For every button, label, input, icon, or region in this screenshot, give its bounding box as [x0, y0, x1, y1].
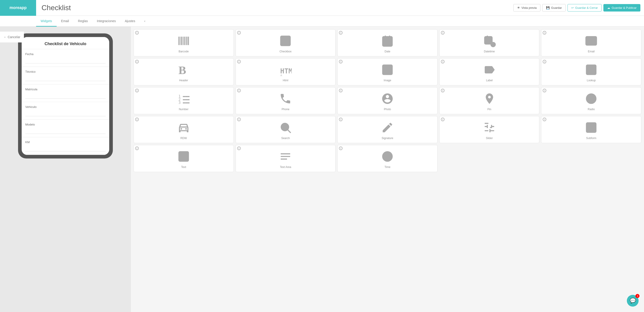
form-field-matricula[interactable]: Matrícula: [22, 84, 109, 102]
slider-label: Slider: [486, 137, 493, 140]
form-field-modelo[interactable]: Modelo: [22, 120, 109, 137]
photo-label: Photo: [384, 108, 391, 111]
widget-photo[interactable]: i Photo: [337, 87, 438, 114]
phone-frame: Checklist de Vehículo Fecha Técnico Matr…: [18, 34, 113, 158]
save-publish-button[interactable]: ☁ Guardar & Publicar: [604, 4, 640, 12]
form-field-fecha[interactable]: Fecha: [22, 49, 109, 67]
phone-label: Phone: [282, 108, 290, 111]
form-field-tecnico[interactable]: Técnico: [22, 67, 109, 84]
widget-header[interactable]: i B Header: [134, 58, 234, 85]
svg-point-22: [385, 67, 386, 69]
save-icon: 💾: [546, 6, 550, 10]
svg-text:B: B: [178, 64, 186, 76]
widget-date[interactable]: i Date: [337, 29, 438, 57]
logo-area: moreapp: [0, 0, 36, 16]
tab-email[interactable]: Email: [57, 16, 74, 27]
svg-rect-9: [383, 37, 392, 46]
save-button[interactable]: 💾 Guardar: [542, 4, 566, 12]
html-icon: HTML: [279, 63, 292, 77]
svg-rect-4: [184, 37, 185, 45]
image-label: Image: [384, 79, 391, 82]
svg-line-32: [288, 130, 291, 133]
widget-radio[interactable]: i Radio: [541, 87, 641, 114]
widget-textarea[interactable]: i Text Area: [236, 145, 336, 172]
svg-rect-6: [186, 37, 187, 45]
widget-number[interactable]: i 1 ▬▬▬2 ▬▬▬3 ▬▬▬ Number: [134, 87, 234, 114]
barcode-label: Barcode: [178, 50, 189, 53]
svg-rect-2: [181, 37, 182, 45]
tab-integraciones[interactable]: Integraciones: [92, 16, 120, 27]
signature-label: Signature: [382, 137, 393, 140]
widget-email[interactable]: i Email: [541, 29, 641, 57]
signature-icon: [381, 120, 394, 135]
widget-text[interactable]: i Text: [134, 145, 234, 172]
svg-point-28: [589, 97, 594, 101]
textarea-icon: [279, 149, 292, 164]
widgets-panel: i Barcode i Checkbox i Date: [131, 27, 644, 312]
logo: moreapp: [10, 6, 27, 10]
search-icon: [279, 120, 292, 135]
form-field-km[interactable]: KM: [22, 137, 109, 155]
left-panel: Checklist de Vehículo Fecha Técnico Matr…: [0, 27, 131, 312]
text-icon: [177, 149, 190, 164]
widget-rdw[interactable]: i RDW: [134, 116, 234, 143]
nav-tabs: ← Cancelar Widgets Email Reglas Integrac…: [0, 16, 644, 27]
text-label: Text: [181, 165, 186, 169]
lookup-label: Lookup: [587, 79, 596, 82]
chat-button[interactable]: 💬 3: [627, 295, 638, 306]
widget-image[interactable]: i Image: [337, 58, 438, 85]
preview-button[interactable]: 👁 Vista previa: [513, 4, 541, 12]
subform-label: Subform: [586, 137, 596, 140]
time-icon: [381, 149, 394, 164]
cancel-button[interactable]: ← Cancelar: [0, 32, 24, 43]
widget-barcode[interactable]: i Barcode: [134, 29, 234, 57]
header-label: Header: [179, 79, 188, 82]
time-label: Time: [384, 165, 390, 169]
subform-icon: [585, 120, 598, 135]
phone-inner: Checklist de Vehículo Fecha Técnico Matr…: [22, 37, 109, 155]
widget-time[interactable]: i Time: [337, 145, 438, 172]
date-label: Date: [384, 50, 390, 53]
lookup-icon: [585, 63, 598, 77]
svg-rect-1: [180, 37, 180, 45]
widget-pin[interactable]: i Pin: [439, 87, 540, 114]
svg-point-29: [180, 128, 182, 130]
form-field-vehiculo[interactable]: Vehículo: [22, 102, 109, 120]
widget-lookup[interactable]: i Lookup: [541, 58, 641, 85]
svg-rect-0: [178, 37, 180, 45]
phone-header: Checklist de Vehículo: [22, 37, 109, 49]
tab-widgets[interactable]: Widgets: [36, 16, 57, 27]
widget-slider[interactable]: i Slider: [439, 116, 540, 143]
checkbox-label: Checkbox: [280, 50, 292, 53]
widget-html[interactable]: i HTML Html: [236, 58, 336, 85]
save-close-icon: ↩: [571, 6, 574, 10]
top-bar: moreapp Checklist 👁 Vista previa 💾 Guard…: [0, 0, 644, 16]
svg-rect-7: [188, 37, 189, 45]
phone-icon: [279, 91, 292, 106]
radio-label: Radio: [588, 108, 595, 111]
chat-badge-count: 3: [636, 294, 640, 298]
label-icon: [483, 63, 496, 77]
html-label: Html: [283, 79, 288, 82]
header-buttons: 👁 Vista previa 💾 Guardar ↩ Guardar & Cer…: [513, 4, 640, 12]
tab-reglas[interactable]: Reglas: [74, 16, 92, 27]
widget-subform[interactable]: i Subform: [541, 116, 641, 143]
widget-datetime[interactable]: i Datetime: [439, 29, 540, 57]
svg-rect-5: [185, 37, 186, 45]
datetime-label: Datetime: [484, 50, 495, 53]
widget-phone[interactable]: i Phone: [236, 87, 336, 114]
svg-text:HTML: HTML: [280, 67, 292, 75]
main-content: Checklist de Vehículo Fecha Técnico Matr…: [0, 27, 644, 312]
save-close-button[interactable]: ↩ Guardar & Cerrar: [568, 4, 602, 12]
collapse-tab[interactable]: ‹: [140, 16, 150, 27]
phone-title: Checklist de Vehículo: [25, 42, 106, 46]
widget-checkbox[interactable]: i Checkbox: [236, 29, 336, 57]
tab-ajustes[interactable]: Ajustes: [120, 16, 140, 27]
widget-search[interactable]: i Search: [236, 116, 336, 143]
widget-label[interactable]: i Label: [439, 58, 540, 85]
rdw-icon: [177, 120, 190, 135]
widget-signature[interactable]: i Signature: [337, 116, 438, 143]
nav-wrapper: ← Cancelar Widgets Email Reglas Integrac…: [0, 16, 644, 27]
email-icon: [585, 34, 598, 48]
photo-icon: [381, 91, 394, 106]
